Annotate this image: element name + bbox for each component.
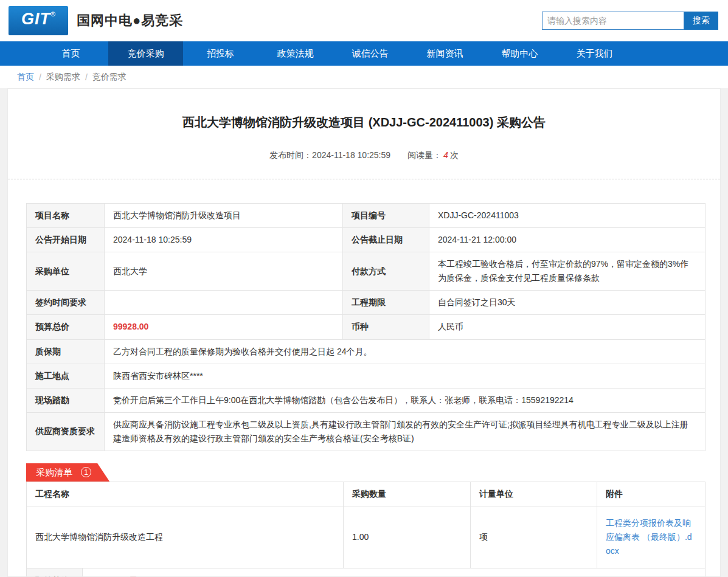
nav-item-integrity[interactable]: 诚信公告 [333, 41, 407, 66]
views-unit: 次 [450, 150, 459, 160]
col-header-quantity: 采购数量 [344, 482, 471, 506]
page-title: 西北大学博物馆消防升级改造项目 (XDJJ-GC-202411003) 采购公告 [8, 89, 720, 131]
table-row: 公告开始日期 2024-11-18 10:25:59 公告截止日期 2024-1… [27, 228, 705, 252]
site-visit-value: 竞价开启后第三个工作日上午9:00在西北大学博物馆踏勘（包含公告发布日），联系人… [105, 388, 705, 412]
purchase-item-name: 西北大学博物馆消防升级改造工程 [27, 506, 344, 568]
breadcrumb-separator: / [85, 72, 88, 82]
end-date-value: 2024-11-21 12:00:00 [429, 228, 705, 252]
nav-item-help[interactable]: 帮助中心 [482, 41, 557, 66]
qualification-value: 供应商应具备消防设施工程专业承包二级及以上资质,具有建设行政主管部门颁发的有效的… [105, 412, 705, 451]
table-row: 现场踏勘 竞价开启后第三个工作日上午9:00在西北大学博物馆踏勘（包含公告发布日… [27, 388, 705, 412]
table-row: 签约时间要求 工程期限 自合同签订之日30天 [27, 291, 705, 315]
purchaser-value: 西北大学 [105, 252, 343, 291]
views-label: 阅读量： [407, 150, 442, 160]
breadcrumb-home[interactable]: 首页 [17, 72, 34, 83]
purchaser-label: 采购单位 [27, 252, 105, 291]
search-button[interactable]: 搜索 [684, 12, 718, 30]
dashed-divider [8, 179, 720, 179]
budget-total-label: 预算总价 [27, 315, 105, 339]
currency-value: 人民币 [429, 315, 705, 339]
views-count: 4 [443, 150, 448, 160]
col-header-unit: 计量单位 [471, 482, 597, 506]
purchase-list-section: 采购清单 1 工程名称 采购数量 计量单位 附件 西北大学博物馆消防升级改造工程… [8, 463, 720, 577]
breadcrumb-separator: / [39, 72, 41, 82]
purchase-list-tab-label: 采购清单 [36, 467, 72, 477]
nav-item-bidding-purchase[interactable]: 竞价采购 [108, 41, 183, 66]
duration-value: 自合同签订之日30天 [429, 291, 705, 315]
sign-time-label: 签约时间要求 [27, 291, 105, 315]
table-row: 采购单位 西北大学 付款方式 本工程竣工验收合格后，付至审定价款的97%，留审定… [27, 252, 705, 291]
table-row: 项目名称 西北大学博物馆消防升级改造项目 项目编号 XDJJ-GC-202411… [27, 204, 705, 228]
page-body: 西北大学博物馆消防升级改造项目 (XDJJ-GC-202411003) 采购公告… [0, 88, 728, 577]
purchase-detail-table: 预算单价 99928.00 元 工程内容 技术规格及服务： 1.消火栓及自动喷淋… [26, 568, 705, 577]
table-row: 供应商资质要求 供应商应具备消防设施工程专业承包二级及以上资质,具有建设行政主管… [27, 412, 705, 451]
breadcrumb-bidding-demand: 竞价需求 [92, 72, 127, 83]
unit-price-label: 预算单价 [27, 568, 83, 577]
table-row: 质保期 乙方对合同工程的质量保修期为验收合格并交付使用之日起 24个月。 [27, 339, 705, 364]
project-info-table: 项目名称 西北大学博物馆消防升级改造项目 项目编号 XDJJ-GC-202411… [26, 203, 705, 451]
budget-total-value: 99928.00 [105, 315, 343, 339]
table-row: 预算单价 99928.00 元 [27, 568, 705, 577]
purchase-item-attachment: 工程类分项报价表及响应偏离表 （最终版）.docx [597, 506, 705, 568]
unit-price-value: 99928.00 元 [83, 568, 705, 577]
site-header: GIT ® 国网中电●易竞采 搜索 [0, 0, 728, 41]
nav-item-policy[interactable]: 政策法规 [258, 41, 333, 66]
search-bar: 搜索 [542, 12, 718, 30]
registered-mark-icon: ® [50, 10, 55, 18]
nav-item-tender[interactable]: 招投标 [183, 41, 258, 66]
purchase-list-table: 工程名称 采购数量 计量单位 附件 西北大学博物馆消防升级改造工程 1.00 项… [26, 482, 705, 568]
col-header-attachment: 附件 [597, 482, 705, 506]
qualification-label: 供应商资质要求 [27, 412, 105, 451]
payment-label: 付款方式 [343, 252, 429, 291]
content-card: 西北大学博物馆消防升级改造项目 (XDJJ-GC-202411003) 采购公告… [7, 88, 721, 577]
start-date-value: 2024-11-18 10:25:59 [105, 228, 343, 252]
purchase-item-unit: 项 [471, 506, 597, 568]
purchase-list-count-badge: 1 [81, 467, 91, 477]
sign-time-value [105, 291, 343, 315]
logo-text: GIT [21, 10, 50, 29]
location-label: 施工地点 [27, 364, 105, 388]
main-nav: 首页 竞价采购 招投标 政策法规 诚信公告 新闻资讯 帮助中心 关于我们 [0, 41, 728, 66]
start-date-label: 公告开始日期 [27, 228, 105, 252]
warranty-label: 质保期 [27, 339, 105, 364]
project-name-label: 项目名称 [27, 204, 105, 228]
duration-label: 工程期限 [343, 291, 429, 315]
git-logo: GIT ® [9, 6, 68, 35]
table-row: 施工地点 陕西省西安市碑林区**** [27, 364, 705, 388]
breadcrumb-purchase-demand[interactable]: 采购需求 [46, 72, 80, 83]
project-no-label: 项目编号 [343, 204, 429, 228]
brand-title: 国网中电●易竞采 [77, 12, 183, 30]
col-header-project-name: 工程名称 [27, 482, 344, 506]
table-row: 预算总价 99928.00 币种 人民币 [27, 315, 705, 339]
end-date-label: 公告截止日期 [343, 228, 429, 252]
purchase-item-qty: 1.00 [344, 506, 471, 568]
breadcrumb: 首页 / 采购需求 / 竞价需求 [0, 66, 728, 88]
nav-item-news[interactable]: 新闻资讯 [407, 41, 482, 66]
publish-time-value: 2024-11-18 10:25:59 [312, 150, 390, 160]
purchase-list-tab: 采购清单 1 [26, 463, 109, 482]
project-name-value: 西北大学博物馆消防升级改造项目 [105, 204, 343, 228]
nav-item-home[interactable]: 首页 [33, 41, 108, 66]
payment-value: 本工程竣工验收合格后，付至审定价款的97%，留审定金额的3%作为质保金，质保金支… [429, 252, 705, 291]
nav-item-about[interactable]: 关于我们 [557, 41, 632, 66]
article-meta: 发布时间：2024-11-18 10:25:59阅读量：4次 [8, 150, 720, 161]
table-header-row: 工程名称 采购数量 计量单位 附件 [27, 482, 705, 506]
attachment-link[interactable]: 工程类分项报价表及响应偏离表 （最终版）.docx [606, 518, 692, 556]
project-no-value: XDJJ-GC-202411003 [429, 204, 705, 228]
warranty-value: 乙方对合同工程的质量保修期为验收合格并交付使用之日起 24个月。 [105, 339, 705, 364]
search-input[interactable] [542, 12, 684, 30]
table-row: 西北大学博物馆消防升级改造工程 1.00 项 工程类分项报价表及响应偏离表 （最… [27, 506, 705, 568]
currency-label: 币种 [343, 315, 429, 339]
site-visit-label: 现场踏勘 [27, 388, 105, 412]
location-value: 陕西省西安市碑林区**** [105, 364, 705, 388]
publish-time-label: 发布时间： [269, 150, 312, 160]
